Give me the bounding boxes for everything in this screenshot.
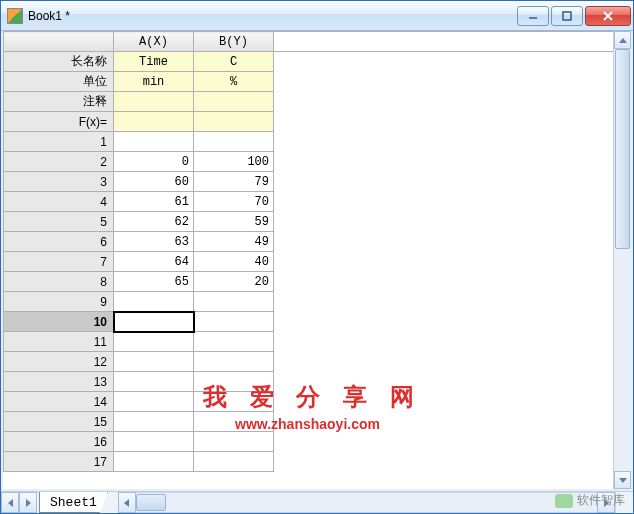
row-number[interactable]: 15 <box>4 412 114 432</box>
brand-label: 软件智库 <box>577 492 625 509</box>
vertical-scrollbar[interactable] <box>613 31 631 489</box>
worksheet-grid: A(X) B(Y) 长名称TimeC单位min%注释F(x)=120100360… <box>3 31 613 489</box>
data-cell[interactable] <box>114 312 194 332</box>
data-cell[interactable] <box>194 332 274 352</box>
window-title: Book1 * <box>28 9 517 23</box>
data-cell[interactable] <box>194 292 274 312</box>
scroll-thumb[interactable] <box>615 49 630 249</box>
data-cell[interactable]: 0 <box>114 152 194 172</box>
row-number[interactable]: 10 <box>4 312 114 332</box>
hscroll-thumb[interactable] <box>136 494 166 511</box>
data-cell[interactable] <box>194 452 274 472</box>
hscroll-track[interactable] <box>136 492 597 513</box>
scroll-track[interactable] <box>614 49 631 471</box>
sheet-tab[interactable]: Sheet1 <box>39 492 108 513</box>
data-cell[interactable] <box>114 432 194 452</box>
titlebar[interactable]: Book1 * <box>1 1 633 31</box>
meta-cell[interactable]: % <box>194 72 274 92</box>
meta-cell[interactable] <box>194 92 274 112</box>
data-cell[interactable]: 20 <box>194 272 274 292</box>
row-number[interactable]: 11 <box>4 332 114 352</box>
maximize-button[interactable] <box>551 6 583 26</box>
data-cell[interactable]: 79 <box>194 172 274 192</box>
row-number[interactable]: 9 <box>4 292 114 312</box>
bottom-bar: Sheet1 <box>1 491 633 513</box>
data-cell[interactable]: 62 <box>114 212 194 232</box>
data-cell[interactable] <box>194 372 274 392</box>
column-tail <box>274 32 614 52</box>
row-number[interactable]: 1 <box>4 132 114 152</box>
data-cell[interactable] <box>194 432 274 452</box>
hscroll-left-button[interactable] <box>118 492 136 513</box>
row-number[interactable]: 17 <box>4 452 114 472</box>
column-header-b[interactable]: B(Y) <box>194 32 274 52</box>
data-cell[interactable]: 100 <box>194 152 274 172</box>
meta-cell[interactable]: Time <box>114 52 194 72</box>
meta-row-label[interactable]: 长名称 <box>4 52 114 72</box>
close-button[interactable] <box>585 6 631 26</box>
wechat-icon <box>555 494 573 508</box>
row-number[interactable]: 12 <box>4 352 114 372</box>
row-number[interactable]: 4 <box>4 192 114 212</box>
meta-cell[interactable] <box>114 112 194 132</box>
data-cell[interactable] <box>114 372 194 392</box>
row-number[interactable]: 6 <box>4 232 114 252</box>
data-cell[interactable] <box>194 392 274 412</box>
data-cell[interactable]: 64 <box>114 252 194 272</box>
data-cell[interactable]: 49 <box>194 232 274 252</box>
data-cell[interactable] <box>114 292 194 312</box>
scroll-down-button[interactable] <box>614 471 631 489</box>
horizontal-scrollbar[interactable] <box>118 492 615 513</box>
row-number[interactable]: 3 <box>4 172 114 192</box>
data-table: A(X) B(Y) 长名称TimeC单位min%注释F(x)=120100360… <box>3 31 613 472</box>
meta-row-label[interactable]: F(x)= <box>4 112 114 132</box>
minimize-button[interactable] <box>517 6 549 26</box>
column-header-a[interactable]: A(X) <box>114 32 194 52</box>
client-area: A(X) B(Y) 长名称TimeC单位min%注释F(x)=120100360… <box>1 31 633 491</box>
data-cell[interactable] <box>114 352 194 372</box>
row-number[interactable]: 13 <box>4 372 114 392</box>
corner-cell[interactable] <box>4 32 114 52</box>
data-cell[interactable]: 70 <box>194 192 274 212</box>
data-cell[interactable] <box>194 132 274 152</box>
data-cell[interactable]: 65 <box>114 272 194 292</box>
data-cell[interactable]: 61 <box>114 192 194 212</box>
row-number[interactable]: 7 <box>4 252 114 272</box>
brand-badge: 软件智库 <box>555 492 625 509</box>
scroll-up-button[interactable] <box>614 31 631 49</box>
meta-cell[interactable] <box>194 112 274 132</box>
row-number[interactable]: 14 <box>4 392 114 412</box>
data-cell[interactable] <box>114 392 194 412</box>
row-number[interactable]: 5 <box>4 212 114 232</box>
meta-cell[interactable]: min <box>114 72 194 92</box>
data-cell[interactable]: 60 <box>114 172 194 192</box>
app-icon <box>7 8 23 24</box>
data-cell[interactable] <box>114 332 194 352</box>
data-cell[interactable] <box>194 352 274 372</box>
meta-row-label[interactable]: 单位 <box>4 72 114 92</box>
row-number[interactable]: 8 <box>4 272 114 292</box>
workbook-window: Book1 * A(X) B(Y) <box>0 0 634 514</box>
data-cell[interactable]: 59 <box>194 212 274 232</box>
data-cell[interactable]: 40 <box>194 252 274 272</box>
sheet-nav-first[interactable] <box>1 492 19 513</box>
data-cell[interactable]: 63 <box>114 232 194 252</box>
data-cell[interactable] <box>114 452 194 472</box>
sheet-nav-prev[interactable] <box>19 492 37 513</box>
meta-row-label[interactable]: 注释 <box>4 92 114 112</box>
data-cell[interactable] <box>194 312 274 332</box>
data-cell[interactable] <box>114 412 194 432</box>
row-number[interactable]: 2 <box>4 152 114 172</box>
row-number[interactable]: 16 <box>4 432 114 452</box>
data-cell[interactable] <box>194 412 274 432</box>
meta-cell[interactable]: C <box>194 52 274 72</box>
data-cell[interactable] <box>114 132 194 152</box>
meta-cell[interactable] <box>114 92 194 112</box>
